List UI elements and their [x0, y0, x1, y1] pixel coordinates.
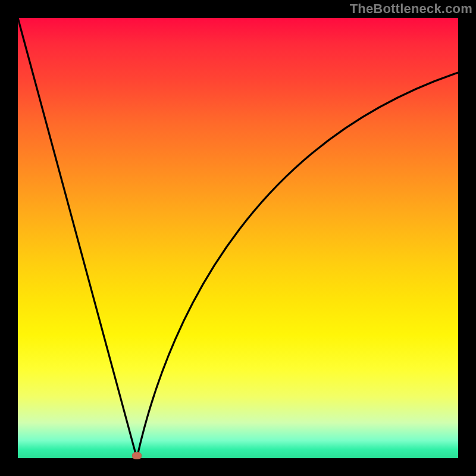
curve-layer [18, 18, 458, 458]
watermark-text: TheBottleneck.com [350, 1, 472, 17]
chart-frame: TheBottleneck.com [0, 0, 476, 476]
curve-left-branch [18, 18, 137, 458]
curve-right-branch [137, 73, 458, 458]
minimum-marker [132, 452, 142, 459]
plot-area [18, 18, 458, 458]
